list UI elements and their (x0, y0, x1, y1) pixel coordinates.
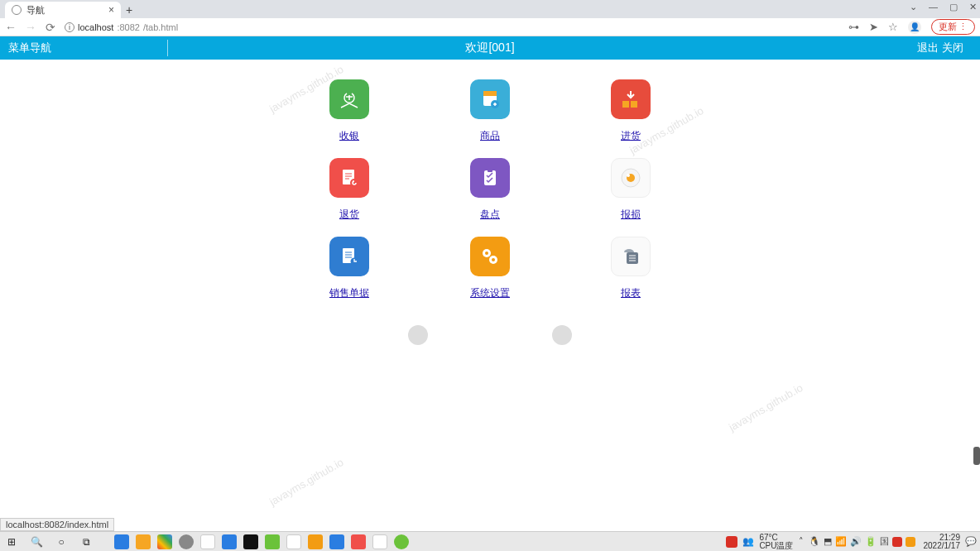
svg-point-11 (627, 174, 630, 177)
url-box[interactable]: i localhost:8082/tab.html (65, 22, 178, 32)
url-port: :8082 (117, 22, 140, 32)
send-icon[interactable]: ➤ (869, 21, 878, 33)
windows-taskbar: ⊞ 🔍 ○ ⧉ 👥 67°C CPU温度 ˄ 🐧 (0, 531, 980, 551)
url-path: /tab.html (143, 22, 178, 32)
purchase-icon (619, 88, 642, 111)
window-controls: ⌄ — ▢ ✕ (910, 2, 977, 12)
purchase-link[interactable]: 进货 (621, 129, 641, 143)
key-icon[interactable]: ⊶ (848, 21, 859, 33)
svg-rect-7 (484, 170, 496, 185)
goods-icon (478, 88, 502, 111)
back-icon[interactable]: ← (5, 21, 17, 34)
tray-icon-2[interactable]: ⬒ (824, 536, 832, 547)
dot-2 (552, 325, 572, 345)
tray-volume-icon[interactable]: 🔊 (850, 536, 862, 547)
report-link[interactable]: 报表 (621, 286, 641, 300)
logout-link[interactable]: 退出 (917, 41, 939, 55)
new-tab-button[interactable]: + (121, 2, 137, 18)
inventory-icon (478, 166, 502, 189)
cashier-link[interactable]: 收银 (339, 129, 359, 143)
cashier-tile[interactable] (329, 79, 369, 119)
site-info-icon[interactable]: i (65, 22, 74, 32)
maximize-icon[interactable]: ▢ (949, 2, 958, 12)
reload-icon[interactable]: ⟳ (45, 21, 56, 34)
loss-link[interactable]: 报损 (621, 208, 641, 222)
inventory-link[interactable]: 盘点 (480, 208, 500, 222)
svg-rect-1 (483, 91, 497, 96)
taskbar-app-13[interactable] (394, 534, 409, 549)
taskbar-app-1[interactable] (114, 534, 129, 549)
close-window-icon[interactable]: ✕ (969, 2, 977, 12)
goods-tile[interactable] (470, 79, 510, 119)
taskbar-app-5[interactable] (222, 534, 237, 549)
cpu-temp-label: CPU温度 (759, 542, 793, 550)
taskbar-app-10[interactable] (329, 534, 344, 549)
sales-doc-link[interactable]: 销售单据 (329, 286, 369, 300)
settings-link[interactable]: 系统设置 (470, 286, 510, 300)
status-hover-url: localhost:8082/index.html (0, 518, 114, 531)
minimize-icon[interactable]: — (929, 2, 938, 12)
cortana-icon[interactable]: ○ (53, 535, 70, 549)
url-host: localhost (78, 22, 113, 32)
svg-point-6 (350, 179, 358, 187)
watermark: javayms.github.io (727, 381, 805, 434)
svg-rect-8 (488, 169, 492, 172)
tray-icon-1[interactable]: 🐧 (809, 536, 820, 547)
clock-time: 21:29 (939, 534, 960, 542)
taskbar-app-4[interactable] (200, 534, 215, 549)
taskbar-app-11[interactable] (351, 534, 366, 549)
return-link[interactable]: 退货 (339, 208, 359, 222)
caret-down-icon[interactable]: ⌄ (910, 2, 917, 12)
loss-tile[interactable] (611, 158, 651, 198)
welcome-text: 欢迎[001] (465, 41, 514, 55)
notifications-icon[interactable]: 💬 (965, 536, 977, 547)
browser-tab[interactable]: 导航 × (5, 2, 121, 18)
tray-battery-icon[interactable]: 🔋 (865, 536, 877, 547)
goods-link[interactable]: 商品 (480, 129, 500, 143)
taskbar-app-7[interactable] (265, 534, 280, 549)
svg-point-15 (485, 252, 488, 255)
inventory-tile[interactable] (470, 158, 510, 198)
decorative-dots (312, 325, 668, 345)
tab-title: 导航 (26, 4, 45, 17)
start-icon[interactable]: ⊞ (3, 535, 20, 549)
taskbar-app-9[interactable] (308, 534, 323, 549)
taskbar-app-12[interactable] (372, 534, 387, 549)
sales-doc-tile[interactable] (329, 237, 369, 276)
tray-icon-4[interactable] (906, 537, 915, 547)
tray-ime-icon[interactable] (726, 536, 737, 548)
forward-icon: → (25, 21, 36, 34)
close-link[interactable]: 关闭 (942, 41, 963, 55)
report-icon (618, 244, 643, 269)
taskbar-app-2[interactable] (136, 534, 151, 549)
tray-wifi-icon[interactable]: 📶 (835, 536, 847, 547)
bookmark-icon[interactable]: ☆ (888, 21, 898, 33)
search-taskbar-icon[interactable]: 🔍 (28, 535, 45, 549)
contacts-icon[interactable]: 👥 (742, 536, 754, 547)
taskbar-app-6[interactable] (243, 534, 258, 549)
dot-1 (408, 325, 428, 345)
settings-tile[interactable] (470, 237, 510, 276)
tray-icon-3[interactable] (892, 537, 902, 547)
report-tile[interactable] (611, 237, 651, 276)
watermark: javayms.github.io (267, 456, 345, 508)
update-button[interactable]: 更新 ⋮ (931, 19, 975, 35)
right-scroll-handle[interactable] (973, 447, 980, 465)
svg-rect-4 (631, 101, 637, 108)
return-icon (338, 166, 361, 189)
taskbar-clock[interactable]: 21:29 2022/1/17 (924, 534, 961, 550)
sales-doc-icon (338, 245, 361, 268)
purchase-tile[interactable] (611, 79, 651, 119)
clock-date: 2022/1/17 (924, 542, 961, 550)
close-tab-icon[interactable]: × (108, 4, 114, 16)
return-tile[interactable] (329, 158, 369, 198)
app-header: 菜单导航 欢迎[001] 退出 关闭 (0, 36, 980, 60)
taskview-icon[interactable]: ⧉ (78, 535, 94, 549)
taskbar-app-3[interactable] (179, 534, 194, 549)
tray-lang-icon[interactable]: 国 (880, 535, 889, 548)
profile-icon[interactable]: 👤 (908, 21, 921, 34)
tray-caret-icon[interactable]: ˄ (799, 536, 804, 547)
taskbar-app-chrome[interactable] (157, 534, 172, 549)
menu-nav-label[interactable]: 菜单导航 (0, 41, 60, 55)
taskbar-app-8[interactable] (286, 534, 301, 549)
